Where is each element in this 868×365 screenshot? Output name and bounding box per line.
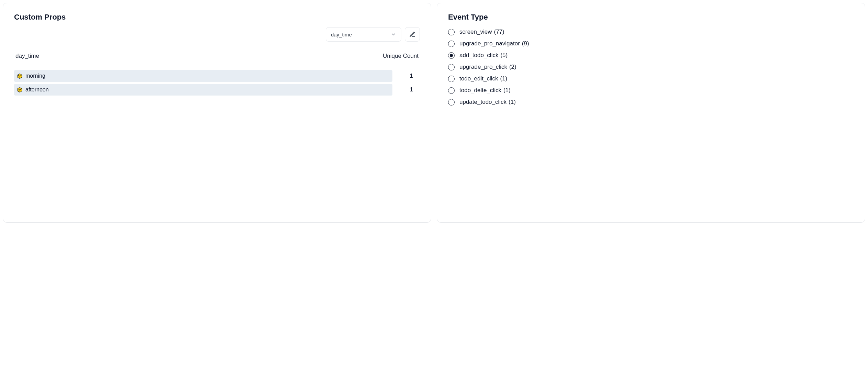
- radio-icon: [448, 64, 455, 70]
- package-icon: [17, 87, 23, 93]
- event-count: (1): [500, 75, 507, 82]
- prop-select[interactable]: day_time: [326, 27, 401, 42]
- package-icon: [17, 73, 23, 79]
- event-name: upgrade_pro_click: [459, 64, 507, 70]
- event-name: todo_delte_click: [459, 87, 501, 94]
- row-label: morning: [25, 73, 45, 79]
- radio-icon: [448, 76, 455, 82]
- row-count: 1: [403, 86, 420, 93]
- row-label: afternoon: [25, 87, 49, 93]
- event-count: (5): [500, 52, 508, 59]
- custom-props-controls: day_time: [14, 27, 420, 42]
- event-name: screen_view: [459, 29, 492, 35]
- event-type-card: Event Type screen_view (77) upgrade_pro_…: [437, 3, 865, 223]
- col-prop: day_time: [15, 53, 39, 59]
- bar-cell: morning: [14, 70, 392, 82]
- pencil-square-icon: [409, 31, 415, 37]
- event-name: update_todo_click: [459, 99, 507, 106]
- radio-icon: [448, 29, 455, 35]
- radio-icon: [448, 99, 455, 106]
- event-type-option[interactable]: upgrade_pro_navigator (9): [448, 40, 854, 47]
- row-count: 1: [403, 73, 420, 79]
- bar-label: afternoon: [14, 84, 392, 96]
- radio-icon: [448, 87, 455, 94]
- event-type-option[interactable]: add_todo_click (5): [448, 52, 854, 59]
- chevron-down-icon: [391, 32, 396, 37]
- event-count: (9): [522, 40, 529, 47]
- event-type-list: screen_view (77) upgrade_pro_navigator (…: [448, 29, 854, 106]
- event-type-option[interactable]: upgrade_pro_click (2): [448, 64, 854, 70]
- event-count: (77): [494, 29, 504, 35]
- event-count: (1): [509, 99, 516, 106]
- bar-cell: afternoon: [14, 84, 392, 96]
- table-row[interactable]: afternoon 1: [14, 84, 420, 96]
- event-type-option[interactable]: todo_delte_click (1): [448, 87, 854, 94]
- event-type-option[interactable]: screen_view (77): [448, 29, 854, 35]
- radio-icon: [448, 52, 455, 59]
- radio-icon: [448, 41, 455, 47]
- table-row[interactable]: morning 1: [14, 70, 420, 82]
- custom-props-card: Custom Props day_time day_time Unique Co…: [3, 3, 431, 223]
- event-type-title: Event Type: [448, 13, 854, 22]
- event-count: (2): [509, 64, 516, 70]
- bar-label: morning: [14, 70, 392, 82]
- custom-props-title: Custom Props: [14, 13, 420, 22]
- event-type-option[interactable]: todo_edit_click (1): [448, 75, 854, 82]
- edit-button[interactable]: [405, 27, 420, 42]
- event-count: (1): [503, 87, 511, 94]
- event-type-option[interactable]: update_todo_click (1): [448, 99, 854, 106]
- event-name: todo_edit_click: [459, 75, 498, 82]
- event-name: add_todo_click: [459, 52, 498, 59]
- col-count: Unique Count: [383, 53, 419, 59]
- props-table-header: day_time Unique Count: [14, 50, 420, 63]
- event-name: upgrade_pro_navigator: [459, 40, 520, 47]
- props-table-body: morning 1 afternoon: [14, 70, 420, 96]
- prop-select-value: day_time: [331, 32, 352, 37]
